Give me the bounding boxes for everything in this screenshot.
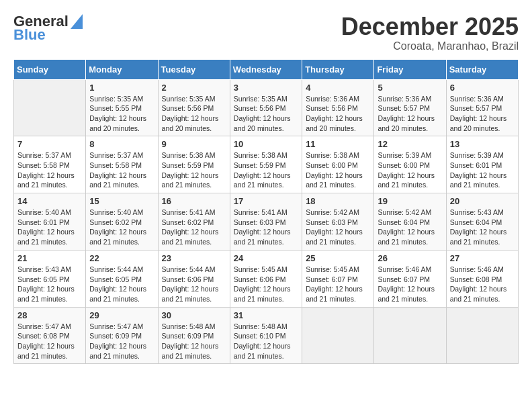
day-number: 30	[162, 310, 226, 320]
day-detail: Sunrise: 5:35 AMSunset: 5:55 PMDaylight:…	[89, 94, 154, 134]
day-detail: Sunrise: 5:43 AMSunset: 6:04 PMDaylight:…	[450, 208, 515, 247]
day-number: 25	[306, 253, 370, 263]
calendar-cell: 9Sunrise: 5:38 AMSunset: 5:59 PMDaylight…	[158, 136, 230, 193]
day-number: 26	[378, 253, 442, 263]
calendar-cell: 7Sunrise: 5:37 AMSunset: 5:58 PMDaylight…	[14, 136, 86, 193]
calendar-cell: 3Sunrise: 5:35 AMSunset: 5:56 PMDaylight…	[230, 79, 302, 136]
day-detail: Sunrise: 5:40 AMSunset: 6:01 PMDaylight:…	[17, 208, 82, 247]
day-number: 5	[378, 83, 442, 93]
calendar-cell: 8Sunrise: 5:37 AMSunset: 5:58 PMDaylight…	[86, 136, 158, 193]
day-number: 3	[234, 83, 298, 93]
day-number: 15	[89, 196, 154, 206]
day-header-sunday: Sunday	[14, 59, 86, 79]
calendar-cell: 20Sunrise: 5:43 AMSunset: 6:04 PMDayligh…	[446, 193, 518, 250]
day-detail: Sunrise: 5:39 AMSunset: 6:00 PMDaylight:…	[378, 150, 442, 190]
day-detail: Sunrise: 5:45 AMSunset: 6:07 PMDaylight:…	[306, 265, 370, 304]
calendar-cell: 13Sunrise: 5:39 AMSunset: 6:01 PMDayligh…	[446, 136, 518, 193]
day-detail: Sunrise: 5:39 AMSunset: 6:01 PMDaylight:…	[450, 150, 515, 190]
day-number: 29	[89, 310, 154, 320]
day-detail: Sunrise: 5:35 AMSunset: 5:56 PMDaylight:…	[234, 94, 298, 134]
calendar-cell: 10Sunrise: 5:38 AMSunset: 5:59 PMDayligh…	[230, 136, 302, 193]
title-block: December 2025 Coroata, Maranhao, Brazil	[341, 13, 519, 52]
calendar-cell: 30Sunrise: 5:48 AMSunset: 6:09 PMDayligh…	[158, 307, 230, 364]
month-title: December 2025	[341, 13, 519, 40]
day-number: 23	[162, 253, 226, 263]
day-header-tuesday: Tuesday	[158, 59, 230, 79]
day-detail: Sunrise: 5:38 AMSunset: 6:00 PMDaylight:…	[306, 150, 370, 190]
day-number: 12	[378, 139, 442, 149]
day-number: 7	[17, 139, 82, 149]
day-number: 31	[234, 310, 298, 320]
calendar-cell: 4Sunrise: 5:36 AMSunset: 5:56 PMDaylight…	[302, 79, 374, 136]
day-header-saturday: Saturday	[446, 59, 518, 79]
day-detail: Sunrise: 5:43 AMSunset: 6:05 PMDaylight:…	[17, 265, 82, 304]
day-number: 10	[234, 139, 298, 149]
logo: General Blue	[13, 13, 83, 43]
day-detail: Sunrise: 5:38 AMSunset: 5:59 PMDaylight:…	[234, 150, 298, 190]
calendar-cell	[374, 307, 446, 364]
calendar-cell: 21Sunrise: 5:43 AMSunset: 6:05 PMDayligh…	[14, 250, 86, 307]
day-number: 1	[89, 83, 154, 93]
day-number: 28	[17, 310, 82, 320]
day-detail: Sunrise: 5:37 AMSunset: 5:58 PMDaylight:…	[89, 150, 154, 190]
day-detail: Sunrise: 5:47 AMSunset: 6:08 PMDaylight:…	[17, 322, 82, 361]
calendar-cell	[14, 79, 86, 136]
subtitle: Coroata, Maranhao, Brazil	[341, 40, 519, 52]
day-number: 4	[306, 83, 370, 93]
day-detail: Sunrise: 5:45 AMSunset: 6:06 PMDaylight:…	[234, 265, 298, 304]
day-number: 19	[378, 196, 442, 206]
day-number: 2	[162, 83, 226, 93]
day-detail: Sunrise: 5:46 AMSunset: 6:07 PMDaylight:…	[378, 265, 442, 304]
day-detail: Sunrise: 5:46 AMSunset: 6:08 PMDaylight:…	[450, 265, 515, 304]
day-number: 24	[234, 253, 298, 263]
calendar-cell: 24Sunrise: 5:45 AMSunset: 6:06 PMDayligh…	[230, 250, 302, 307]
day-detail: Sunrise: 5:44 AMSunset: 6:05 PMDaylight:…	[89, 265, 154, 304]
calendar-cell: 29Sunrise: 5:47 AMSunset: 6:09 PMDayligh…	[86, 307, 158, 364]
day-header-monday: Monday	[86, 59, 158, 79]
logo-blue: Blue	[13, 27, 46, 43]
day-number: 13	[450, 139, 515, 149]
day-number: 9	[162, 139, 226, 149]
calendar-cell: 31Sunrise: 5:48 AMSunset: 6:10 PMDayligh…	[230, 307, 302, 364]
day-detail: Sunrise: 5:42 AMSunset: 6:04 PMDaylight:…	[378, 208, 442, 247]
calendar-cell: 22Sunrise: 5:44 AMSunset: 6:05 PMDayligh…	[86, 250, 158, 307]
day-detail: Sunrise: 5:41 AMSunset: 6:03 PMDaylight:…	[234, 208, 298, 247]
calendar-cell: 2Sunrise: 5:35 AMSunset: 5:56 PMDaylight…	[158, 79, 230, 136]
day-detail: Sunrise: 5:42 AMSunset: 6:03 PMDaylight:…	[306, 208, 370, 247]
day-number: 6	[450, 83, 515, 93]
calendar-cell: 25Sunrise: 5:45 AMSunset: 6:07 PMDayligh…	[302, 250, 374, 307]
svg-marker-0	[71, 14, 83, 29]
day-number: 22	[89, 253, 154, 263]
day-detail: Sunrise: 5:35 AMSunset: 5:56 PMDaylight:…	[162, 94, 226, 134]
day-header-thursday: Thursday	[302, 59, 374, 79]
day-detail: Sunrise: 5:37 AMSunset: 5:58 PMDaylight:…	[17, 150, 82, 190]
calendar-cell: 16Sunrise: 5:41 AMSunset: 6:02 PMDayligh…	[158, 193, 230, 250]
calendar-cell: 12Sunrise: 5:39 AMSunset: 6:00 PMDayligh…	[374, 136, 446, 193]
calendar-table: SundayMondayTuesdayWednesdayThursdayFrid…	[13, 59, 519, 365]
day-detail: Sunrise: 5:36 AMSunset: 5:57 PMDaylight:…	[378, 94, 442, 134]
calendar-cell: 27Sunrise: 5:46 AMSunset: 6:08 PMDayligh…	[446, 250, 518, 307]
day-number: 21	[17, 253, 82, 263]
day-header-friday: Friday	[374, 59, 446, 79]
day-number: 14	[17, 196, 82, 206]
calendar-cell: 23Sunrise: 5:44 AMSunset: 6:06 PMDayligh…	[158, 250, 230, 307]
calendar-cell: 14Sunrise: 5:40 AMSunset: 6:01 PMDayligh…	[14, 193, 86, 250]
calendar-cell	[302, 307, 374, 364]
calendar-cell: 11Sunrise: 5:38 AMSunset: 6:00 PMDayligh…	[302, 136, 374, 193]
day-number: 17	[234, 196, 298, 206]
calendar-cell: 5Sunrise: 5:36 AMSunset: 5:57 PMDaylight…	[374, 79, 446, 136]
day-detail: Sunrise: 5:40 AMSunset: 6:02 PMDaylight:…	[89, 208, 154, 247]
calendar-cell: 15Sunrise: 5:40 AMSunset: 6:02 PMDayligh…	[86, 193, 158, 250]
calendar-cell: 28Sunrise: 5:47 AMSunset: 6:08 PMDayligh…	[14, 307, 86, 364]
day-detail: Sunrise: 5:36 AMSunset: 5:57 PMDaylight:…	[450, 94, 515, 134]
logo-triangle-icon	[71, 14, 83, 29]
day-number: 8	[89, 139, 154, 149]
day-number: 11	[306, 139, 370, 149]
day-detail: Sunrise: 5:41 AMSunset: 6:02 PMDaylight:…	[162, 208, 226, 247]
calendar-cell: 1Sunrise: 5:35 AMSunset: 5:55 PMDaylight…	[86, 79, 158, 136]
calendar-cell: 26Sunrise: 5:46 AMSunset: 6:07 PMDayligh…	[374, 250, 446, 307]
day-number: 18	[306, 196, 370, 206]
day-detail: Sunrise: 5:48 AMSunset: 6:09 PMDaylight:…	[162, 322, 226, 361]
day-detail: Sunrise: 5:47 AMSunset: 6:09 PMDaylight:…	[89, 322, 154, 361]
day-number: 16	[162, 196, 226, 206]
